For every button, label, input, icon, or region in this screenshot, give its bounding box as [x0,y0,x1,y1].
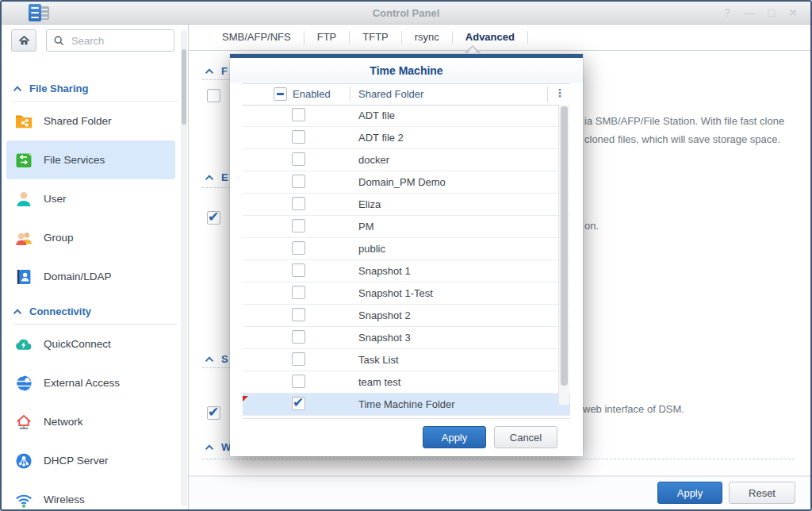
table-row[interactable]: Time Machine Folder [243,394,570,416]
dialog-apply-button[interactable]: Apply [423,426,486,448]
enabled-checkbox[interactable] [292,263,305,277]
minimize-icon[interactable]: — [744,6,755,20]
chevron-up-icon [13,86,22,92]
tab-rsync[interactable]: rsync [402,31,452,43]
sidebar-item-label: Wireless [44,494,85,505]
table-row[interactable]: Snapshot 3 [243,327,570,349]
shared-folder-name: Task List [358,354,399,366]
home-icon [17,34,31,48]
content-checkbox[interactable] [207,406,220,420]
shared-folder-name: Eliza [358,198,381,210]
sidebar-item-label: External Access [44,377,120,389]
control-panel-window: Control Panel ? — □ ✕ File SharingShared… [0,0,812,511]
sidebar-item-label: DHCP Server [44,455,109,467]
title-bar: Control Panel ? — □ ✕ [2,2,810,25]
tab-ftp[interactable]: FTP [304,31,350,43]
window-title: Control Panel [2,7,810,19]
sidebar-scrollbar[interactable] [181,30,187,506]
dhcp-server-icon [14,451,33,471]
column-divider [350,86,350,102]
enabled-checkbox[interactable] [292,108,305,121]
content-section-header[interactable]: F [205,65,228,77]
enabled-checkbox[interactable] [292,397,305,410]
table-row[interactable]: Task List [243,349,570,371]
enabled-checkbox[interactable] [292,308,305,321]
maximize-icon[interactable]: □ [768,6,775,20]
enabled-checkbox[interactable] [292,219,305,232]
column-options-icon[interactable] [554,86,565,99]
table-row[interactable]: Eliza [243,194,570,216]
sidebar-nav: File SharingShared FolderFile ServicesUs… [2,73,180,511]
shared-folder-name: team test [358,376,400,388]
sidebar-item-domain-ldap[interactable]: Domain/LDAP [6,257,175,296]
sidebar-item-file-services[interactable]: File Services [6,140,175,179]
chevron-up-icon [13,309,22,315]
table-row[interactable]: PM [243,216,570,238]
content-checkbox[interactable] [207,89,220,102]
search-box[interactable] [46,29,174,52]
dialog-scrollbar[interactable] [558,105,569,405]
group-icon [14,229,33,248]
sidebar-item-dhcp-server[interactable]: DHCP Server [6,441,175,480]
dialog-cancel-button[interactable]: Cancel [494,426,557,448]
sidebar-item-label: QuickConnect [44,338,111,350]
shared-folder-name: ADT file [358,110,395,121]
description-text: on. [584,220,599,232]
sidebar-section-file-sharing[interactable]: File Sharing [13,83,177,102]
sidebar-item-user[interactable]: User [6,179,175,218]
enabled-checkbox[interactable] [292,175,305,188]
sidebar-item-group[interactable]: Group [6,218,175,257]
tab-tftp[interactable]: TFTP [350,31,401,43]
table-row[interactable]: ADT file 2 [243,127,570,149]
enabled-checkbox[interactable] [292,152,305,166]
content-section-header[interactable]: E [205,171,228,183]
search-input[interactable] [70,34,164,48]
enabled-checkbox[interactable] [292,197,305,210]
sidebar-item-shared-folder[interactable]: Shared Folder [6,102,175,140]
table-row[interactable]: team test [243,371,570,394]
sidebar-item-wireless[interactable]: Wireless [6,480,175,511]
sidebar-item-network[interactable]: Network [6,402,175,441]
section-divider [202,459,795,459]
enabled-checkbox[interactable] [292,130,305,144]
quickconnect-icon [14,335,33,354]
content-checkbox[interactable] [207,211,220,225]
table-row[interactable]: Domain_PM Demo [243,171,570,194]
reset-button[interactable]: Reset [729,482,795,504]
external-access-icon [14,374,33,393]
shared-folder-name: Domain_PM Demo [358,176,446,188]
home-button[interactable] [11,29,36,52]
network-icon [14,413,33,432]
apply-button[interactable]: Apply [657,482,722,504]
enabled-checkbox[interactable] [292,330,305,344]
table-row[interactable]: public [243,238,570,260]
user-icon [14,190,33,209]
sidebar-item-label: User [44,193,67,205]
sidebar-section-connectivity[interactable]: Connectivity [13,305,177,325]
sidebar-item-external-access[interactable]: External Access [6,363,175,402]
enabled-checkbox[interactable] [292,241,305,255]
table-row[interactable]: docker [243,149,570,171]
section-label: File Sharing [29,83,88,94]
enabled-checkbox[interactable] [292,286,305,299]
sidebar-item-quickconnect[interactable]: QuickConnect [6,325,175,363]
dialog-title: Time Machine [230,58,583,83]
close-icon[interactable]: ✕ [788,6,798,20]
column-header-enabled[interactable]: Enabled [293,88,331,100]
tab-advanced[interactable]: Advanced [453,31,527,43]
enabled-checkbox[interactable] [292,375,305,388]
content-section-header[interactable]: S [205,353,228,365]
column-header-shared-folder[interactable]: Shared Folder [358,88,423,100]
tab-smb-afp-nfs[interactable]: SMB/AFP/NFS [209,31,304,43]
content-section-header[interactable]: W [205,441,231,453]
help-icon[interactable]: ? [724,6,730,20]
enabled-checkbox[interactable] [292,352,305,366]
tab-bar: SMB/AFP/NFSFTPTFTPrsyncAdvanced [189,24,810,51]
table-row[interactable]: Snapshot 2 [243,305,570,327]
table-row[interactable]: Snapshot 1 [243,260,570,282]
table-row[interactable]: ADT file [243,105,570,127]
select-all-checkbox[interactable] [274,87,287,101]
domain-ldap-icon [14,267,33,286]
table-row[interactable]: Snapshot 1-Test [243,282,570,305]
section-divider [202,79,231,80]
